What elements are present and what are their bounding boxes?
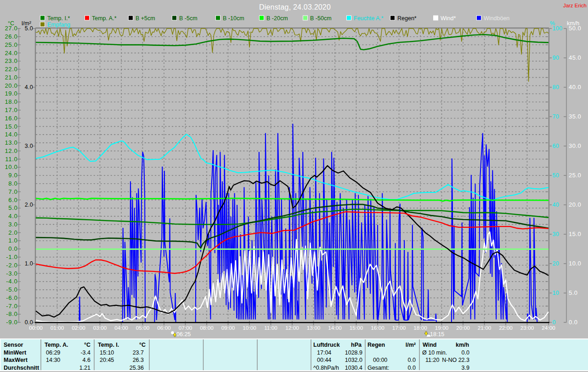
svg-text:06:29: 06:29	[46, 349, 60, 356]
svg-text:10: 10	[553, 290, 560, 296]
svg-text:17:00: 17:00	[392, 325, 406, 331]
svg-text:06:00: 06:00	[157, 325, 171, 331]
svg-text:Temp. A.: Temp. A.	[45, 342, 68, 348]
svg-text:12:00: 12:00	[285, 325, 299, 331]
svg-text:Durchschnitt: Durchschnitt	[4, 365, 40, 371]
svg-text:26.3: 26.3	[133, 357, 144, 363]
svg-text:3.9: 3.9	[462, 365, 469, 371]
svg-text:01:00: 01:00	[51, 325, 64, 331]
svg-text:25.0: 25.0	[5, 41, 17, 48]
svg-text:7.0: 7.0	[8, 188, 17, 195]
svg-text:B -50cm: B -50cm	[310, 15, 332, 22]
svg-text:0.0: 0.0	[569, 319, 578, 326]
svg-text:1028.9: 1028.9	[345, 349, 362, 356]
svg-text:Ø 10 min.: Ø 10 min.	[422, 349, 447, 356]
svg-text:17.0: 17.0	[5, 107, 17, 113]
svg-text:15:10: 15:10	[100, 349, 114, 356]
svg-text:19.0: 19.0	[5, 90, 17, 97]
svg-text:l/m²: l/m²	[22, 20, 31, 27]
svg-text:24.0: 24.0	[5, 50, 17, 56]
svg-text:09:00: 09:00	[221, 325, 235, 331]
svg-text:90: 90	[553, 55, 560, 61]
svg-text:-8.0: -8.0	[6, 310, 17, 317]
svg-text:1.21: 1.21	[79, 365, 90, 371]
svg-text:1.0: 1.0	[25, 260, 33, 267]
svg-text:23:00: 23:00	[520, 325, 534, 331]
svg-text:-3.0: -3.0	[6, 270, 17, 277]
svg-text:15.0: 15.0	[569, 231, 581, 237]
svg-text:°C: °C	[84, 342, 90, 348]
svg-text:70: 70	[553, 113, 560, 120]
svg-text:B -10cm: B -10cm	[223, 15, 244, 22]
svg-text:-2.0: -2.0	[6, 262, 17, 269]
svg-text:Jarz Erich: Jarz Erich	[563, 3, 587, 8]
svg-text:-3.4: -3.4	[80, 349, 90, 356]
svg-text:Sensor: Sensor	[4, 342, 23, 348]
svg-text:19:00: 19:00	[435, 325, 449, 331]
svg-text:Temp. I.: Temp. I.	[98, 342, 119, 348]
svg-text:40: 40	[553, 202, 560, 208]
svg-text:-9.0: -9.0	[6, 319, 17, 326]
svg-text:°C: °C	[8, 20, 14, 27]
svg-text:25.36: 25.36	[130, 365, 144, 371]
svg-text:60: 60	[553, 143, 560, 149]
svg-text:22.0: 22.0	[5, 66, 17, 73]
svg-text:04:00: 04:00	[114, 325, 128, 331]
svg-text:30.0: 30.0	[569, 142, 581, 149]
svg-text:25.0: 25.0	[569, 172, 581, 179]
svg-text:9.0: 9.0	[8, 172, 17, 179]
svg-text:06:25: 06:25	[176, 331, 191, 338]
svg-text:13.0: 13.0	[5, 139, 17, 146]
svg-text:0.0: 0.0	[8, 245, 17, 252]
svg-text:MinWert: MinWert	[4, 349, 27, 356]
svg-text:35.0: 35.0	[569, 113, 581, 120]
svg-text:Wind*: Wind*	[441, 15, 456, 22]
svg-text:4.6: 4.6	[83, 357, 90, 363]
svg-text:-6.0: -6.0	[6, 294, 17, 301]
svg-text:05:00: 05:00	[136, 325, 150, 331]
svg-text:14:30: 14:30	[46, 357, 60, 363]
svg-text:-7.0: -7.0	[6, 303, 17, 310]
svg-text:20:00: 20:00	[456, 325, 470, 331]
svg-text:%: %	[550, 20, 555, 27]
svg-text:Wind: Wind	[423, 342, 436, 348]
svg-text:1032.0: 1032.0	[345, 357, 362, 363]
svg-text:10.0: 10.0	[569, 260, 581, 267]
svg-text:21.0: 21.0	[5, 74, 17, 81]
svg-text:18.0: 18.0	[5, 98, 17, 105]
svg-text:80: 80	[553, 84, 560, 90]
svg-text:24:00: 24:00	[542, 325, 555, 331]
svg-text:08:00: 08:00	[200, 325, 214, 331]
svg-text:-5.0: -5.0	[6, 286, 17, 293]
svg-text:26.0: 26.0	[5, 33, 17, 40]
svg-text:-4.0: -4.0	[6, 278, 17, 285]
svg-text:MaxWert: MaxWert	[4, 357, 28, 363]
svg-text:18:00: 18:00	[413, 325, 427, 331]
svg-text:Regen*: Regen*	[397, 15, 417, 22]
svg-text:3.0: 3.0	[25, 143, 33, 149]
svg-text:15:00: 15:00	[350, 325, 363, 331]
svg-text:0.0: 0.0	[408, 357, 416, 363]
svg-text:12.0: 12.0	[5, 147, 17, 154]
svg-text:11.0: 11.0	[5, 156, 17, 163]
svg-text:5.0: 5.0	[569, 289, 578, 296]
svg-text:3.0: 3.0	[8, 221, 17, 228]
svg-text:03:00: 03:00	[93, 325, 107, 331]
svg-text:22:00: 22:00	[499, 325, 513, 331]
svg-text:00:00: 00:00	[373, 357, 387, 363]
svg-text:km/h: km/h	[456, 342, 469, 348]
svg-text:B +5cm: B +5cm	[136, 15, 155, 22]
svg-text:40.0: 40.0	[569, 84, 581, 90]
svg-text:30: 30	[553, 231, 560, 237]
svg-text:1030.4: 1030.4	[345, 365, 362, 371]
svg-text:20.0: 20.0	[5, 82, 17, 89]
svg-text:14.0: 14.0	[5, 131, 17, 138]
svg-text:2.0: 2.0	[25, 202, 33, 208]
svg-text:15.0: 15.0	[5, 123, 17, 130]
svg-text:23.7: 23.7	[133, 349, 144, 356]
svg-text:Luftdruck: Luftdruck	[313, 342, 340, 348]
svg-text:Regen: Regen	[368, 342, 385, 348]
svg-text:6.0: 6.0	[8, 197, 17, 203]
svg-text:20:45: 20:45	[100, 357, 114, 363]
svg-text:00:00: 00:00	[29, 325, 43, 331]
